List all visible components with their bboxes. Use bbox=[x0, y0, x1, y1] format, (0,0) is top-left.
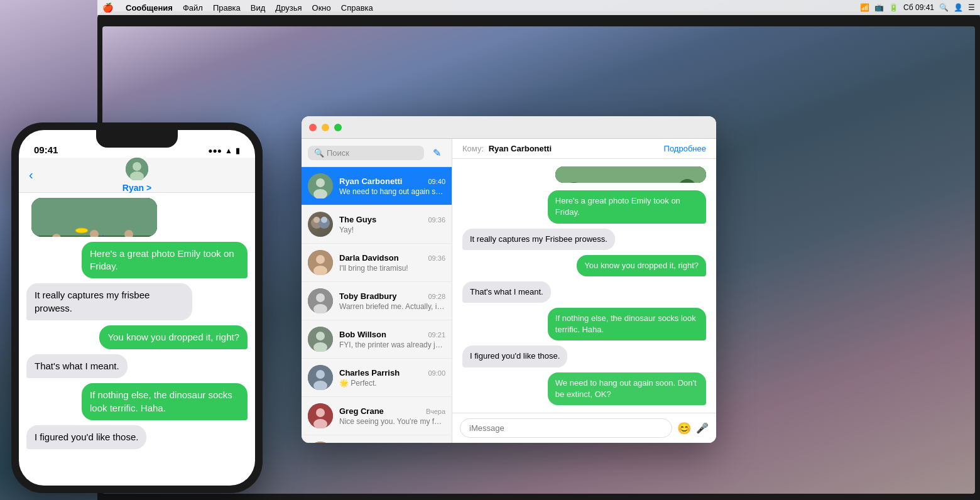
conv-preview-toby: Warren briefed me. Actually, it wasn't t… bbox=[339, 302, 445, 311]
conv-name-charles: Charles Parrish bbox=[339, 368, 400, 378]
conv-avatar-charles bbox=[308, 365, 333, 390]
phone-signal-icon: ●●● bbox=[208, 146, 222, 155]
window-body: 🔍 Поиск ✎ bbox=[302, 139, 716, 443]
phone-contact-name[interactable]: Ryan > bbox=[122, 183, 151, 193]
menubar-view[interactable]: Вид bbox=[251, 3, 266, 13]
svg-point-34 bbox=[316, 332, 325, 340]
svg-point-25 bbox=[313, 217, 320, 223]
conv-avatar-bob bbox=[308, 327, 333, 352]
chat-recipient: Ryan Carbonetti bbox=[489, 144, 552, 153]
phone-bubble-like: I figured you'd like those. bbox=[26, 425, 146, 449]
conv-avatar-greg bbox=[308, 403, 333, 428]
compose-button[interactable]: ✎ bbox=[428, 144, 445, 161]
phone-bubble-frisbee: It really captures my frisbee prowess. bbox=[26, 283, 192, 320]
phone-bubble-photo-caption: Here's a great photo Emily took on Frida… bbox=[82, 242, 248, 279]
menubar-window[interactable]: Окно bbox=[312, 3, 331, 13]
phone-screen: 09:41 ●●● ▲ ▮ ‹ Ryan > bbox=[19, 130, 255, 486]
conv-name-ryan: Ryan Carbonetti bbox=[339, 177, 402, 186]
list-menubar-icon[interactable]: ☰ bbox=[968, 3, 975, 12]
phone-bubble-meant: That's what I meant. bbox=[26, 354, 128, 378]
conversation-item-darla[interactable]: Darla Davidson 09:36 I'll bring the tira… bbox=[302, 244, 452, 282]
conv-info-toby: Toby Bradbury 09:28 Warren briefed me. A… bbox=[339, 291, 445, 311]
chat-to-label: Кому: bbox=[462, 144, 484, 153]
conv-name-guys: The Guys bbox=[339, 215, 376, 224]
phone-chat-area: Here's a great photo Emily took on Frida… bbox=[19, 193, 255, 454]
conv-name-toby: Toby Bradbury bbox=[339, 291, 397, 301]
menubar: 🍎 Сообщения Файл Правка Вид Друзья Окно … bbox=[97, 0, 980, 15]
search-placeholder-text: Поиск bbox=[327, 148, 349, 158]
conv-name-row-ryan: Ryan Carbonetti 09:40 bbox=[339, 177, 445, 186]
conv-avatar-darla bbox=[308, 250, 333, 275]
conv-info-guys: The Guys 09:36 Yay! bbox=[339, 215, 445, 234]
conv-time-toby: 09:28 bbox=[428, 293, 445, 300]
chat-bubble-figured: I figured you'd like those. bbox=[462, 345, 567, 367]
conv-time-charles: 09:00 bbox=[428, 369, 445, 377]
chat-bubble-frisbee-prowess: It really captures my Frisbee prowess. bbox=[462, 229, 615, 250]
conversation-item-jeanne[interactable]: Jeanne Fox Вчера Every meal I've had tod… bbox=[302, 435, 452, 443]
conversation-item-greg[interactable]: Greg Crane Вчера Nice seeing you. You're… bbox=[302, 397, 452, 435]
menubar-help[interactable]: Справка bbox=[341, 3, 373, 13]
phone-frisbee-image[interactable] bbox=[31, 198, 157, 237]
chat-header: Кому: Ryan Carbonetti Подробнее bbox=[452, 139, 716, 159]
phone-status-icons: ●●● ▲ ▮ bbox=[208, 146, 240, 155]
conv-info-bob: Bob Willson 09:21 FYI, the printer was a… bbox=[339, 330, 445, 349]
svg-point-1 bbox=[133, 162, 141, 171]
conversation-item-bob[interactable]: Bob Willson 09:21 FYI, the printer was a… bbox=[302, 320, 452, 359]
apple-menu-icon[interactable]: 🍎 bbox=[102, 3, 113, 13]
svg-point-31 bbox=[316, 293, 325, 302]
conv-avatar-ryan bbox=[308, 173, 333, 198]
conv-time-darla: 09:36 bbox=[428, 254, 445, 262]
conversation-item-charles[interactable]: Charles Parrish 09:00 🌟 Perfect. bbox=[302, 359, 452, 397]
audio-button[interactable]: 🎤 bbox=[696, 422, 709, 434]
maximize-button[interactable] bbox=[334, 124, 342, 131]
chat-bubble-photo-caption: Here's a great photo Emily took on Frida… bbox=[548, 190, 706, 223]
phone-contact-info: Ryan > bbox=[122, 158, 151, 193]
phone-time: 09:41 bbox=[34, 144, 58, 155]
phone-wifi-icon: ▲ bbox=[225, 146, 232, 155]
phone-notch bbox=[96, 130, 178, 148]
chat-to-section: Кому: Ryan Carbonetti bbox=[462, 144, 552, 153]
menubar-buddies[interactable]: Друзья bbox=[275, 3, 302, 13]
sidebar-search-bar: 🔍 Поиск ✎ bbox=[302, 139, 452, 167]
svg-point-21 bbox=[316, 178, 325, 187]
conversation-list: Ryan Carbonetti 09:40 We need to hang ou… bbox=[302, 167, 452, 443]
search-icon: 🔍 bbox=[314, 148, 324, 158]
phone-frame: 09:41 ●●● ▲ ▮ ‹ Ryan > bbox=[11, 122, 263, 493]
menubar-app-name[interactable]: Сообщения bbox=[126, 3, 173, 13]
phone-bubble-dropped: You know you dropped it, right? bbox=[99, 325, 248, 349]
chat-input-bar: 😊 🎤 bbox=[452, 413, 716, 443]
conv-avatar-toby bbox=[308, 288, 333, 313]
imessage-input[interactable] bbox=[460, 418, 672, 438]
search-menubar-icon[interactable]: 🔍 bbox=[939, 3, 949, 12]
menubar-edit[interactable]: Правка bbox=[213, 3, 241, 13]
conv-info-ryan: Ryan Carbonetti 09:40 We need to hang ou… bbox=[339, 177, 445, 196]
search-input-box[interactable]: 🔍 Поиск bbox=[308, 146, 424, 160]
conv-name-darla: Darla Davidson bbox=[339, 253, 399, 263]
conv-preview-bob: FYI, the printer was already jammed when… bbox=[339, 340, 445, 349]
user-menubar-icon[interactable]: 👤 bbox=[954, 3, 963, 12]
conversation-item-guys[interactable]: The Guys 09:36 Yay! bbox=[302, 205, 452, 244]
conversation-item-ryan[interactable]: Ryan Carbonetti 09:40 We need to hang ou… bbox=[302, 167, 452, 205]
conv-name-greg: Greg Crane bbox=[339, 406, 384, 416]
chat-area: Кому: Ryan Carbonetti Подробнее bbox=[452, 139, 716, 443]
conv-preview-darla: I'll bring the tiramisu! bbox=[339, 264, 445, 273]
svg-point-42 bbox=[308, 442, 333, 443]
wifi-menubar-icon: 📶 bbox=[860, 3, 869, 12]
menubar-clock: Сб 09:41 bbox=[903, 3, 934, 12]
phone-back-button[interactable]: ‹ bbox=[29, 168, 33, 182]
conversation-item-toby[interactable]: Toby Bradbury 09:28 Warren briefed me. A… bbox=[302, 282, 452, 320]
chat-details-button[interactable]: Подробнее bbox=[664, 144, 706, 153]
svg-point-26 bbox=[321, 217, 327, 223]
chat-bubble-thats-what: That's what I meant. bbox=[462, 281, 551, 303]
menubar-left: 🍎 Сообщения Файл Правка Вид Друзья Окно … bbox=[102, 3, 373, 13]
chat-frisbee-image[interactable] bbox=[555, 166, 706, 183]
menubar-file[interactable]: Файл bbox=[183, 3, 203, 13]
svg-point-37 bbox=[316, 370, 325, 379]
emoji-button[interactable]: 😊 bbox=[677, 421, 691, 435]
minimize-button[interactable] bbox=[322, 124, 329, 131]
phone-bubble-socks: If nothing else, the dinosaur socks look… bbox=[82, 383, 248, 420]
chat-messages: Here's a great photo Emily took on Frida… bbox=[452, 159, 716, 413]
conv-time-guys: 09:36 bbox=[428, 216, 445, 224]
conv-info-charles: Charles Parrish 09:00 🌟 Perfect. bbox=[339, 368, 445, 388]
close-button[interactable] bbox=[309, 124, 317, 131]
